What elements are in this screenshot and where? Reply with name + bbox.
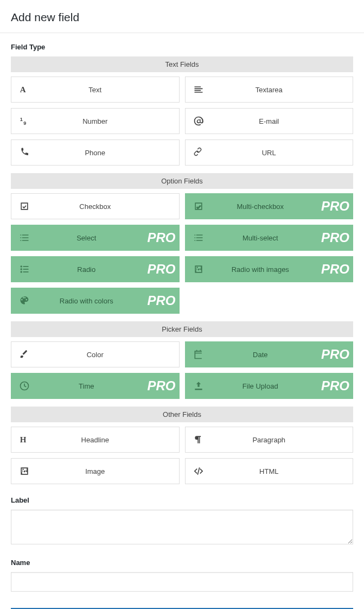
field-label: HTML xyxy=(212,467,353,475)
tasks-icon xyxy=(186,225,212,251)
code-icon xyxy=(186,458,212,484)
pro-badge: PRO xyxy=(147,288,175,313)
pro-badge: PRO xyxy=(321,342,349,367)
field-number[interactable]: Number xyxy=(11,108,180,134)
brush-icon xyxy=(11,341,37,367)
pro-badge: PRO xyxy=(321,373,349,398)
field-grid: TextTextareaNumberE-mailPhoneURL xyxy=(11,77,353,166)
field-grid: CheckboxMulti-checkboxPROSelectPROMulti-… xyxy=(11,193,353,314)
group-heading: Picker Fields xyxy=(11,321,353,337)
image-icon xyxy=(186,256,212,282)
upload-icon xyxy=(186,373,212,399)
field-label: Text xyxy=(37,86,179,94)
number-icon xyxy=(11,108,37,134)
field-label: Image xyxy=(37,467,179,475)
field-paragraph[interactable]: Paragraph xyxy=(185,427,354,453)
pro-badge: PRO xyxy=(321,257,349,282)
field-label: Color xyxy=(37,351,179,359)
field-radio[interactable]: RadioPRO xyxy=(11,256,180,282)
group-heading: Option Fields xyxy=(11,173,353,189)
group-heading: Text Fields xyxy=(11,56,353,72)
paragraph-icon xyxy=(186,427,212,453)
field-multi-checkbox[interactable]: Multi-checkboxPRO xyxy=(185,193,354,219)
field-image[interactable]: Image xyxy=(11,458,180,484)
field-type-label: Field Type xyxy=(11,43,353,51)
page-title: Add new field xyxy=(11,0,353,33)
field-label: Number xyxy=(37,117,179,125)
field-multi-select[interactable]: Multi-selectPRO xyxy=(185,225,354,251)
font-icon xyxy=(11,77,37,103)
pro-badge: PRO xyxy=(147,257,175,282)
label-field-label: Label xyxy=(11,496,353,504)
palette-icon xyxy=(11,288,37,314)
field-label: URL xyxy=(212,149,353,157)
field-file-upload[interactable]: File UploadPRO xyxy=(185,373,354,399)
calendar-icon xyxy=(186,341,212,367)
label-textarea[interactable] xyxy=(11,510,353,544)
field-radio-images[interactable]: Radio with imagesPRO xyxy=(185,256,354,282)
list-icon xyxy=(11,256,37,282)
image-icon xyxy=(11,458,37,484)
heading-icon xyxy=(11,427,37,453)
at-icon xyxy=(186,108,212,134)
field-textarea[interactable]: Textarea xyxy=(185,77,354,103)
field-headline[interactable]: Headline xyxy=(11,427,180,453)
link-icon xyxy=(186,139,212,166)
field-time[interactable]: TimePRO xyxy=(11,373,180,399)
field-email[interactable]: E-mail xyxy=(185,108,354,134)
divider xyxy=(0,33,364,33)
field-color[interactable]: Color xyxy=(11,341,180,367)
checkbox-tick-icon xyxy=(186,193,212,219)
clock-icon xyxy=(11,373,37,399)
pro-badge: PRO xyxy=(321,194,349,219)
tasks-icon xyxy=(11,225,37,251)
pro-badge: PRO xyxy=(147,225,175,250)
field-html[interactable]: HTML xyxy=(185,458,354,484)
pro-badge: PRO xyxy=(147,373,175,398)
phone-icon xyxy=(11,139,37,166)
field-label: E-mail xyxy=(212,117,353,125)
align-icon xyxy=(186,77,212,103)
field-radio-colors[interactable]: Radio with colorsPRO xyxy=(11,288,180,314)
name-input[interactable] xyxy=(11,572,353,592)
field-select[interactable]: SelectPRO xyxy=(11,225,180,251)
name-field-label: Name xyxy=(11,559,353,567)
checkbox-icon xyxy=(11,193,37,219)
field-label: Headline xyxy=(37,436,179,444)
field-checkbox[interactable]: Checkbox xyxy=(11,193,180,219)
field-grid: HeadlineParagraphImageHTML xyxy=(11,427,353,484)
pro-badge: PRO xyxy=(321,225,349,250)
field-date[interactable]: DatePRO xyxy=(185,341,354,367)
group-heading: Other Fields xyxy=(11,407,353,422)
field-label: Textarea xyxy=(212,86,353,94)
field-phone[interactable]: Phone xyxy=(11,139,180,166)
field-text[interactable]: Text xyxy=(11,77,180,103)
field-label: Paragraph xyxy=(212,436,353,444)
field-label: Checkbox xyxy=(37,202,179,211)
field-label: Phone xyxy=(37,149,179,157)
field-grid: ColorDatePROTimePROFile UploadPRO xyxy=(11,341,353,399)
field-url[interactable]: URL xyxy=(185,139,354,166)
